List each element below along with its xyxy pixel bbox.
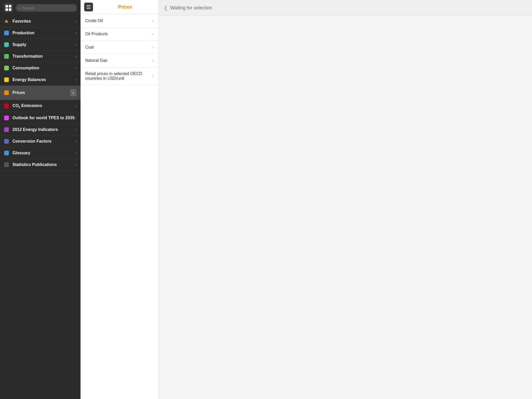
search-box[interactable]: ⌕ (16, 4, 77, 12)
middle-item-label-coal: Coal (85, 45, 152, 50)
sidebar-item-energy-indicators[interactable]: 2012 Energy Indicators› (0, 124, 81, 136)
sidebar-color-indicator-energy-balances (4, 77, 9, 82)
sidebar-item-chevron-consumption: › (75, 66, 76, 70)
sidebar-items-list: ★Favorites›Production›Supply›Transformat… (0, 16, 81, 171)
sidebar-header: ⌕ (0, 0, 81, 16)
sidebar-item-chevron-transformation: › (75, 54, 76, 59)
sidebar-item-label-energy-indicators: 2012 Energy Indicators (12, 127, 75, 132)
middle-item-chevron-natural-gas: › (152, 58, 154, 63)
sidebar-item-chevron-energy-balances: › (75, 77, 76, 82)
sidebar-item-chevron-supply: › (75, 42, 76, 47)
back-chevron-icon[interactable]: ❬ (164, 5, 168, 11)
sidebar-item-chevron-conversion-factors: › (75, 139, 76, 144)
sidebar-item-chevron-favorites: › (75, 19, 76, 24)
sidebar-item-transformation[interactable]: Transformation› (0, 51, 81, 62)
sidebar-item-chevron-energy-indicators: › (75, 127, 76, 132)
app-icon[interactable] (4, 3, 13, 12)
sidebar-item-label-favorites: Favorites (12, 19, 75, 24)
right-header: ❬ Waiting for selection (158, 0, 532, 16)
middle-item-label-crude-oil: Crude Oil (85, 18, 152, 23)
right-panel: ❬ Waiting for selection (158, 0, 532, 399)
sidebar-item-outlook[interactable]: Outlook for world TPES to 2035› (0, 112, 81, 124)
sidebar-color-indicator-prices (4, 90, 9, 95)
sidebar-color-indicator-co2-emissions (4, 104, 9, 108)
middle-panel: Prices Crude Oil›Oil Products›Coal›Natur… (81, 0, 158, 399)
sidebar-color-indicator-supply (4, 42, 9, 47)
hamburger-icon (87, 5, 91, 9)
sidebar-item-label-energy-balances: Energy Balances (12, 77, 75, 82)
sidebar-color-indicator-consumption (4, 66, 9, 70)
middle-item-chevron-coal: › (152, 45, 154, 50)
sidebar-color-indicator-conversion-factors (4, 139, 9, 144)
middle-item-oil-products[interactable]: Oil Products› (81, 28, 158, 41)
sidebar-item-chevron-outlook: › (75, 116, 76, 120)
sidebar-color-indicator-production (4, 31, 9, 35)
sidebar-item-label-co2-emissions: CO2 Emissions (12, 103, 75, 109)
sidebar-item-label-supply: Supply (12, 42, 75, 47)
sidebar-item-prices[interactable]: Prices› (0, 86, 81, 100)
sidebar-item-label-transformation: Transformation (12, 54, 75, 59)
sidebar-item-chevron-statistics-publications: › (75, 162, 76, 167)
waiting-for-selection-text: Waiting for selection (170, 5, 212, 11)
search-input[interactable] (22, 6, 74, 10)
middle-item-label-oil-products: Oil Products (85, 32, 152, 36)
middle-item-chevron-oil-products: › (152, 32, 154, 36)
sidebar: ⌕ ★Favorites›Production›Supply›Transform… (0, 0, 81, 399)
sidebar-color-indicator-statistics-publications (4, 162, 9, 167)
sidebar-item-favorites[interactable]: ★Favorites› (0, 16, 81, 27)
middle-item-chevron-retail-prices: › (152, 74, 154, 78)
menu-button[interactable] (84, 3, 93, 11)
sidebar-item-co2-emissions[interactable]: CO2 Emissions› (0, 100, 81, 112)
sidebar-item-statistics-publications[interactable]: Statistics Publications› (0, 159, 81, 171)
sidebar-item-label-consumption: Consumption (12, 66, 75, 70)
sidebar-color-indicator-energy-indicators (4, 127, 9, 132)
sidebar-item-label-conversion-factors: Conversion Factors (12, 139, 75, 144)
middle-item-label-natural-gas: Natural Gas (85, 58, 152, 63)
sidebar-item-chevron-prices: › (70, 89, 76, 96)
middle-item-label-retail-prices: Retail prices in selected OECD countries… (85, 71, 152, 81)
sidebar-item-conversion-factors[interactable]: Conversion Factors› (0, 136, 81, 147)
sidebar-item-consumption[interactable]: Consumption› (0, 62, 81, 74)
sidebar-item-energy-balances[interactable]: Energy Balances› (0, 74, 81, 86)
middle-panel-title: Prices (96, 4, 155, 10)
sidebar-item-label-prices: Prices (12, 90, 70, 95)
search-icon: ⌕ (19, 6, 21, 10)
sidebar-color-indicator-favorites: ★ (4, 19, 9, 24)
sidebar-color-indicator-transformation (4, 54, 9, 59)
sidebar-item-label-outlook: Outlook for world TPES to 2035 (12, 116, 75, 120)
sidebar-item-supply[interactable]: Supply› (0, 39, 81, 51)
sidebar-item-label-production: Production (12, 31, 75, 35)
middle-item-crude-oil[interactable]: Crude Oil› (81, 14, 158, 28)
middle-item-coal[interactable]: Coal› (81, 41, 158, 54)
middle-header: Prices (81, 0, 158, 14)
middle-item-chevron-crude-oil: › (152, 18, 154, 23)
sidebar-item-chevron-production: › (75, 31, 76, 35)
sidebar-color-indicator-outlook (4, 116, 9, 120)
sidebar-item-glossary[interactable]: Glossary› (0, 147, 81, 159)
sidebar-item-chevron-co2-emissions: › (75, 104, 76, 108)
sidebar-item-chevron-glossary: › (75, 151, 76, 155)
sidebar-color-indicator-glossary (4, 151, 9, 155)
sidebar-item-label-statistics-publications: Statistics Publications (12, 162, 75, 167)
sidebar-item-production[interactable]: Production› (0, 27, 81, 39)
middle-item-retail-prices[interactable]: Retail prices in selected OECD countries… (81, 67, 158, 85)
sidebar-item-label-glossary: Glossary (12, 151, 75, 155)
middle-item-natural-gas[interactable]: Natural Gas› (81, 54, 158, 67)
middle-items-list: Crude Oil›Oil Products›Coal›Natural Gas›… (81, 14, 158, 85)
